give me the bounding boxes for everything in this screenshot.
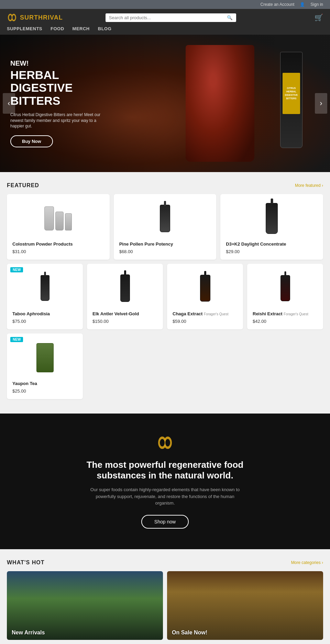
promo-logo [7,434,323,453]
hero-next-button[interactable]: › [315,93,327,114]
product-card-elk[interactable]: Elk Antler Velvet-Gold $150.00 [87,264,163,329]
featured-section: FEATURED More featured › Colostrum Powde… [7,182,323,399]
svg-point-3 [12,15,15,20]
category-grid: New Arrivals On Sale Now! [7,571,323,640]
featured-header: FEATURED More featured › [7,182,323,189]
product-card-reishi[interactable]: Reishi Extract Forager's Quest $42.00 [247,264,323,329]
product-card-d3k2[interactable]: D3+K2 Daylight Concentrate $29.00 [220,194,323,260]
featured-row-2: NEW Taboo Aphrodisia $75.00 Elk Antler V… [7,264,323,329]
product-img-chaga [173,269,238,307]
product-img-colostrum [12,200,104,237]
nav-supplements[interactable]: SUPPLEMENTS [7,26,42,31]
search-input[interactable] [109,15,227,20]
product-price-elk: $150.00 [92,319,157,324]
nav-food[interactable]: FOOD [51,26,64,31]
hero-title: HERBAL DIGESTIVE BITTERS [10,69,107,107]
category-on-sale[interactable]: On Sale Now! [167,571,323,640]
whats-hot-more-link[interactable]: More categories › [291,560,323,565]
product-img-elk [92,269,157,307]
product-name-chaga: Chaga Extract Forager's Quest [173,311,238,317]
header: SURTHRIVAL 🔍 🛒 [0,9,330,26]
product-name-pine-pollen: Pine Pollen Pure Potency [119,241,211,247]
logo-icon [7,12,17,23]
product-card-yaupon[interactable]: NEW Yaupon Tea $25.00 [7,334,83,399]
hero-slider: NEW! HERBAL DIGESTIVE BITTERS Citrus Her… [0,35,330,172]
hero-content: NEW! HERBAL DIGESTIVE BITTERS Citrus Her… [0,46,117,161]
product-card-chaga[interactable]: Chaga Extract Forager's Quest $59.00 [167,264,243,329]
create-account-link[interactable]: Create an Account [261,2,295,7]
hero-buy-button[interactable]: Buy Now [10,135,53,147]
nav-merch[interactable]: MERCH [73,26,90,31]
featured-row-3: NEW Yaupon Tea $25.00 [7,334,323,399]
product-price-colostrum: $31.00 [12,249,104,254]
hero-drink-glass [186,45,254,162]
product-img-reishi [253,269,318,307]
product-price-reishi: $42.00 [253,319,318,324]
logo[interactable]: SURTHRIVAL [7,12,63,23]
featured-title: FEATURED [7,182,39,189]
product-img-taboo [12,269,77,307]
sign-in-link[interactable]: Sign in [310,2,323,7]
product-img-yaupon [12,339,77,377]
person-icon: 👤 [300,2,305,7]
category-on-sale-label: On Sale Now! [172,630,207,636]
nav: SUPPLEMENTS FOOD MERCH BLOG [0,26,330,35]
reishi-brand: Forager's Quest [284,312,308,316]
product-price-chaga: $59.00 [173,319,238,324]
whats-hot-section: WHAT'S HOT More categories › New Arrival… [0,549,330,644]
search-button[interactable]: 🔍 [227,15,233,20]
product-img-pine-pollen [119,200,211,237]
product-badge-yaupon: NEW [10,337,23,342]
product-price-d3k2: $29.00 [226,249,318,254]
hero-product-bottle: CITRUSHERBALDIGESTIVEBITTERS [280,52,302,148]
product-name-yaupon: Yaupon Tea [12,381,77,387]
promo-title: The most powerful regenerative food subs… [79,460,251,481]
svg-point-2 [9,15,12,20]
svg-point-7 [165,439,170,447]
promo-section: The most powerful regenerative food subs… [0,414,330,549]
product-name-elk: Elk Antler Velvet-Gold [92,311,157,317]
product-price-yaupon: $25.00 [12,388,77,394]
product-card-pine-pollen[interactable]: Pine Pollen Pure Potency $68.00 [114,194,217,260]
featured-row-1: Colostrum Powder Products $31.00 Pine Po… [7,194,323,260]
logo-text: SURTHRIVAL [20,14,63,21]
product-price-pine-pollen: $68.00 [119,249,211,254]
product-img-d3k2 [226,200,318,237]
whats-hot-title: WHAT'S HOT [7,560,45,566]
cart-icon[interactable]: 🛒 [315,13,323,22]
chaga-brand: Forager's Quest [204,312,228,316]
whats-hot-header: WHAT'S HOT More categories › [7,560,323,566]
product-name-colostrum: Colostrum Powder Products [12,241,104,247]
product-card-taboo[interactable]: NEW Taboo Aphrodisia $75.00 [7,264,83,329]
hero-description: Citrus Herbal Digestive Bitters are here… [10,112,107,129]
promo-logo-icon [156,434,174,451]
nav-blog[interactable]: BLOG [98,26,112,31]
hero-badge: NEW! [10,59,107,67]
top-bar: Create an Account 👤 Sign in [0,0,330,9]
product-badge-taboo: NEW [10,267,23,272]
featured-more-link[interactable]: More featured › [295,183,323,188]
svg-point-6 [160,439,165,447]
category-new-arrivals-label: New Arrivals [12,630,45,636]
product-card-colostrum[interactable]: Colostrum Powder Products $31.00 [7,194,110,260]
category-new-arrivals[interactable]: New Arrivals [7,571,163,640]
search-bar[interactable]: 🔍 [106,13,236,22]
promo-description: Our super foods contain highly-regarded … [86,486,244,507]
product-name-taboo: Taboo Aphrodisia [12,311,77,317]
promo-shop-button[interactable]: Shop now [141,515,189,529]
product-name-d3k2: D3+K2 Daylight Concentrate [226,241,318,247]
product-price-taboo: $75.00 [12,319,77,324]
main-content: FEATURED More featured › Colostrum Powde… [0,172,330,414]
product-name-reishi: Reishi Extract Forager's Quest [253,311,318,317]
